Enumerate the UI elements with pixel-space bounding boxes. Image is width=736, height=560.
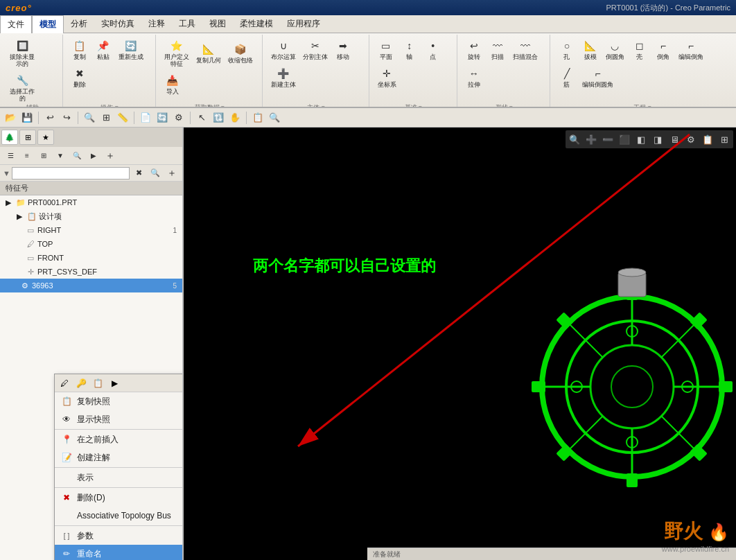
tree-item-prt-csys[interactable]: ✛ PRT_CSYS_DEF [0,265,182,279]
btn-edit-round[interactable]: ⌐ 编辑倒角 [676,36,706,62]
tb-regenerate2[interactable]: 🔄 [155,110,170,125]
btn-axis[interactable]: ↕ 轴 [398,36,421,62]
pt-add[interactable]: ＋ [103,148,118,164]
menu-view[interactable]: 视图 [202,15,233,33]
ctx-atb[interactable]: Associative Topology Bus ▶ [55,507,184,525]
menu-flexible[interactable]: 柔性建模 [233,15,280,33]
tb-measure[interactable]: 📏 [115,110,130,125]
ctx-mini-key-btn[interactable]: 🔑 [74,376,88,390]
pt-expand-all[interactable]: ☰ [3,148,18,164]
ctx-delete[interactable]: ✖ 删除(D) Del [55,489,184,507]
ctx-rename-label: 重命名 [77,548,102,560]
btn-coord[interactable]: ✛ 坐标系 [375,64,399,90]
menu-tools[interactable]: 工具 [172,15,202,33]
ctx-params[interactable]: [ ] 参数 [55,527,184,545]
vp-zoom-in[interactable]: ➕ [584,132,599,147]
pt-search[interactable]: 🔍 [69,148,85,164]
btn-draft[interactable]: 📐 拔模 [579,36,602,62]
ctx-mini-edit-btn[interactable]: 🖊 [58,376,71,390]
btn-hole[interactable]: ○ 孔 [556,36,578,62]
filter-plus[interactable]: ＋ [164,166,179,181]
menu-simulation[interactable]: 实时仿真 [94,15,141,33]
tb-select[interactable]: ↖ [194,110,209,125]
tb-open[interactable]: 📂 [3,110,18,125]
tree-item-root[interactable]: ▶ 📁 PRT0001.PRT [0,195,182,209]
panel-tab-fav[interactable]: ★ [37,130,54,145]
ctx-represent[interactable]: 表示 ▶ [55,469,184,487]
ctx-copy-snapshot[interactable]: 📋 复制快照 [55,392,184,410]
tb-save[interactable]: 💾 [19,110,35,125]
btn-point[interactable]: • 点 [422,36,444,62]
pt-more[interactable]: ▶ [86,148,101,164]
vp-copy2[interactable]: 📋 [700,132,715,147]
btn-remove-hidden[interactable]: 🔲 拔除未显示的 [7,36,37,69]
vp-orient2[interactable]: ◧ [633,132,649,147]
btn-split-body[interactable]: ✂ 分割主体 [300,36,331,62]
tb-layer[interactable]: 📋 [250,110,265,125]
btn-delete[interactable]: ✖ 删除 [69,64,91,90]
btn-regenerate[interactable]: 🔄 重新生成 [116,36,146,62]
ctx-mini-copy-btn[interactable]: 📋 [91,376,105,390]
vp-grid2[interactable]: ⊞ [717,132,732,147]
btn-boolean[interactable]: ∪ 布尔运算 [268,36,299,62]
btn-import[interactable]: 📥 导入 [161,71,184,97]
btn-new-body[interactable]: ➕ 新建主体 [268,64,299,90]
menu-analysis[interactable]: 分析 [64,15,94,33]
btn-paste[interactable]: 📌 粘贴 [92,36,114,62]
btn-round[interactable]: ◡ 倒圆角 [603,36,627,62]
btn-move[interactable]: ➡ 移动 [332,36,354,62]
pt-filter[interactable]: ▼ [53,148,68,164]
tb-grid[interactable]: ⊞ [98,110,114,125]
tb-search[interactable]: 🔍 [267,110,282,125]
pt-collapse[interactable]: ≡ [19,148,35,164]
tb-settings[interactable]: ⚙ [171,110,186,125]
btn-select-workpiece[interactable]: 🔧 选择工作的 [7,71,37,104]
vp-orient3[interactable]: ◨ [650,132,665,147]
btn-copy[interactable]: 📋 复制 [69,36,91,62]
ctx-insert-before[interactable]: 📍 在之前插入 [55,430,184,448]
btn-shrink-wrap[interactable]: 📦 收缩包络 [225,40,256,66]
menu-model[interactable]: 模型 [32,15,64,33]
tb-new[interactable]: 📄 [138,110,153,125]
btn-plane[interactable]: ▭ 平面 [375,36,397,62]
ctx-create-note[interactable]: 📝 创建注解 [55,448,184,466]
btn-sweep-blend[interactable]: 〰 扫描混合 [510,36,541,62]
filter-search[interactable]: 🔍 [148,166,163,181]
btn-copy-geometry[interactable]: 📐 复制几何 [193,40,224,66]
vp-settings2[interactable]: ⚙ [683,132,699,147]
viewport[interactable]: 🔍 ➕ ➖ ⬛ ◧ ◨ 🖥 ⚙ 📋 ⊞ 两个名字都可以自己设置的 [184,128,736,560]
tree-item-design[interactable]: ▶ 📋 设计项 [0,209,182,223]
vp-orient1[interactable]: ⬛ [617,132,632,147]
tb-undo[interactable]: ↩ [42,110,58,125]
btn-shell[interactable]: ◻ 壳 [629,36,651,62]
tb-rotate[interactable]: 🔃 [211,110,226,125]
btn-edit-round2[interactable]: ⌐ 编辑倒圆角 [579,64,616,90]
tb-pan[interactable]: ✋ [227,110,243,125]
ctx-rename[interactable]: ✏ 重命名 [55,545,184,560]
tb-redo[interactable]: ↪ [59,110,74,125]
tree-item-top[interactable]: 🖊 TOP [0,237,182,251]
btn-sweep[interactable]: 〰 扫描 [487,36,509,62]
filter-clear[interactable]: ✖ [131,166,146,181]
ctx-show-snapshot[interactable]: 👁 显示快照 [55,410,184,428]
tree-item-front[interactable]: ▭ FRONT [0,251,182,265]
pt-settings[interactable]: ⊞ [36,148,51,164]
vp-display[interactable]: 🖥 [667,132,682,147]
btn-rib[interactable]: ╱ 筋 [556,64,578,90]
menu-file[interactable]: 文件 [0,15,32,33]
ctx-mini-play-btn[interactable]: ▶ [107,376,121,390]
menu-apps[interactable]: 应用程序 [280,15,327,33]
panel-tab-tree[interactable]: 🌲 [1,130,18,145]
panel-tab-layers[interactable]: ⊞ [19,130,36,145]
tb-zoom[interactable]: 🔍 [82,110,97,125]
vp-zoom-out[interactable]: ➖ [600,132,615,147]
menu-annotation[interactable]: 注释 [141,15,172,33]
filter-input[interactable] [12,167,130,180]
btn-revolve[interactable]: ↩ 旋转 [463,36,485,62]
btn-extrude[interactable]: ↔ 拉伸 [463,64,485,90]
btn-chamfer[interactable]: ⌐ 倒角 [652,36,674,62]
tree-item-right[interactable]: ▭ RIGHT 1 [0,223,182,237]
tree-item-feature[interactable]: ⚙ 36963 5 [0,279,182,292]
btn-user-feature[interactable]: ⭐ 用户定义特征 [161,36,192,69]
vp-zoom-area[interactable]: 🔍 [567,132,582,147]
